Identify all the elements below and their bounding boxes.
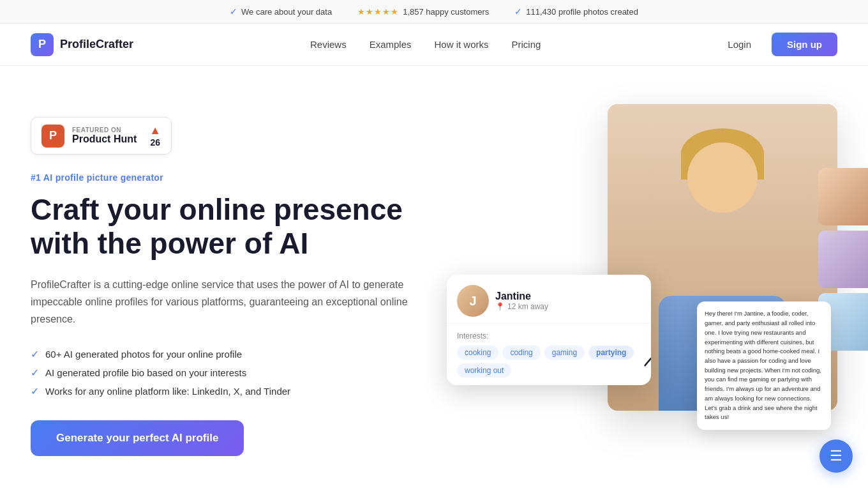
feature-text-1: 60+ AI generated photos for your online … xyxy=(45,349,242,360)
profile-name: Jantine xyxy=(495,291,641,302)
hero-section: P FEATURED ON Product Hunt ▲ 26 #1 AI pr… xyxy=(0,66,868,482)
arrow-svg xyxy=(638,321,651,372)
profile-location: 📍 12 km away xyxy=(495,302,641,311)
tag-coding: coding xyxy=(502,346,540,360)
top-banner: ✓ We care about your data ★★★★★ 1,857 ha… xyxy=(0,0,868,24)
profile-card: J Jantine 📍 12 km away Interests: cookin… xyxy=(447,275,651,385)
profile-name-area: Jantine 📍 12 km away xyxy=(495,291,641,311)
ph-name: Product Hunt xyxy=(72,133,137,145)
navigation: P ProfileCrafter Reviews Examples How it… xyxy=(0,24,868,66)
profile-avatar: J xyxy=(457,285,489,317)
hero-subtitle: #1 AI profile picture generator xyxy=(31,172,421,183)
feature-check-2: ✓ xyxy=(31,367,39,379)
login-button[interactable]: Login xyxy=(717,34,761,55)
ph-text: FEATURED ON Product Hunt xyxy=(72,126,137,145)
ph-vote-count: 26 xyxy=(150,137,160,148)
hero-description: ProfileCrafter is a cutting-edge online … xyxy=(31,276,421,328)
hero-left: P FEATURED ON Product Hunt ▲ 26 #1 AI pr… xyxy=(31,104,421,456)
nav-link-pricing[interactable]: Pricing xyxy=(512,39,541,50)
profile-distance: 12 km away xyxy=(507,302,548,311)
logo-link[interactable]: P ProfileCrafter xyxy=(31,33,133,56)
bio-text: Hey there! I'm Jantine, a foodie, coder,… xyxy=(705,309,823,422)
feature-check-1: ✓ xyxy=(31,348,39,360)
logo-text: ProfileCrafter xyxy=(60,38,133,51)
small-photo-1 xyxy=(818,168,868,225)
tag-gaming: gaming xyxy=(544,346,585,360)
nav-links: Reviews Examples How it works Pricing xyxy=(310,39,541,50)
profile-card-body: Interests: cooking coding gaming partyin… xyxy=(447,324,651,385)
signup-button[interactable]: Sign up xyxy=(772,33,837,56)
chat-icon: ☰ xyxy=(830,448,842,464)
banner-item-photos: ✓ 111,430 profile photos created xyxy=(514,6,638,17)
banner-item-data: ✓ We care about your data xyxy=(230,6,332,17)
check-icon-1: ✓ xyxy=(230,6,237,17)
bio-bubble: Hey there! I'm Jantine, a foodie, coder,… xyxy=(697,301,831,430)
ph-arrow-icon: ▲ xyxy=(149,124,161,137)
tag-working-out: working out xyxy=(457,363,511,377)
tag-cooking: cooking xyxy=(457,346,498,360)
location-pin-icon: 📍 xyxy=(495,302,505,311)
nav-link-how-it-works[interactable]: How it works xyxy=(435,39,489,50)
feature-item-3: ✓ Works for any online platform like: Li… xyxy=(31,385,421,397)
nav-link-reviews[interactable]: Reviews xyxy=(310,39,347,50)
profile-card-header: J Jantine 📍 12 km away xyxy=(447,275,651,324)
ph-icon: P xyxy=(41,125,64,148)
banner-text-2: 1,857 happy customers xyxy=(403,7,489,17)
feature-text-3: Works for any online platform like: Link… xyxy=(45,386,290,397)
hero-right: J Jantine 📍 12 km away Interests: cookin… xyxy=(447,104,837,449)
small-photo-2 xyxy=(818,231,868,288)
product-hunt-badge[interactable]: P FEATURED ON Product Hunt ▲ 26 xyxy=(31,117,172,155)
feature-list: ✓ 60+ AI generated photos for your onlin… xyxy=(31,348,421,397)
ph-featured-label: FEATURED ON xyxy=(72,126,137,133)
feature-item-2: ✓ AI generated profile bio based on your… xyxy=(31,367,421,379)
interests-tags: cooking coding gaming partying working o… xyxy=(457,346,641,377)
nav-link-examples[interactable]: Examples xyxy=(370,39,412,50)
tag-partying: partying xyxy=(588,346,634,360)
stars-icon: ★★★★★ xyxy=(357,7,399,17)
check-icon-2: ✓ xyxy=(514,6,522,17)
banner-item-customers: ★★★★★ 1,857 happy customers xyxy=(357,7,489,17)
ph-votes: ▲ 26 xyxy=(149,124,161,148)
cta-button[interactable]: Generate your perfect AI profile xyxy=(31,420,244,456)
hero-title: Craft your online presence with the powe… xyxy=(31,193,421,261)
logo-icon: P xyxy=(31,33,54,56)
chat-fab-button[interactable]: ☰ xyxy=(819,439,853,473)
feature-text-2: AI generated profile bio based on your i… xyxy=(45,367,246,378)
banner-text-3: 111,430 profile photos created xyxy=(526,7,638,17)
person-head xyxy=(687,142,758,213)
banner-text-1: We care about your data xyxy=(241,7,332,17)
feature-check-3: ✓ xyxy=(31,385,39,397)
nav-actions: Login Sign up xyxy=(717,33,837,56)
feature-item-1: ✓ 60+ AI generated photos for your onlin… xyxy=(31,348,421,360)
interests-label: Interests: xyxy=(457,332,641,340)
